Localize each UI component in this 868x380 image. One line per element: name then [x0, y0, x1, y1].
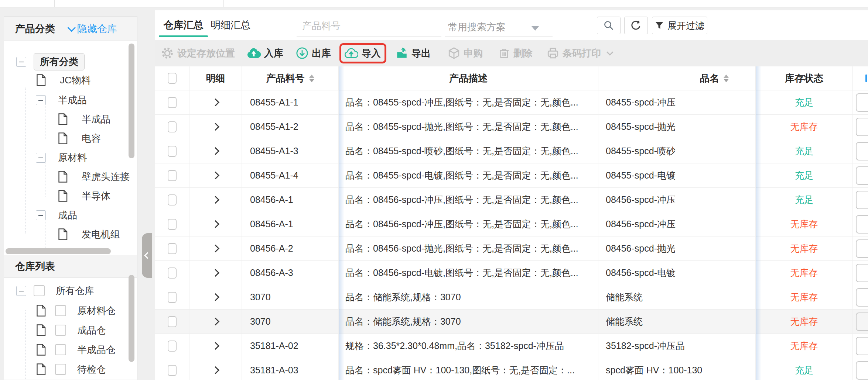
row-action-cell[interactable] [853, 358, 868, 380]
tree-item-raw-material-warehouse[interactable]: 原材料仓 [4, 301, 126, 320]
row-expand-cell[interactable] [189, 285, 242, 309]
tree-item-semi-finished-warehouse[interactable]: 半成品仓 [4, 340, 126, 359]
row-checkbox-cell[interactable] [155, 261, 189, 285]
clipped-action-box[interactable] [856, 239, 868, 258]
row-checkbox[interactable] [168, 365, 177, 376]
row-action-cell[interactable] [853, 115, 868, 139]
table-row[interactable]: 08455-A1-2 品名：08455-spcd-抛光,图纸号：无,是否固定：无… [155, 115, 868, 139]
row-action-cell[interactable] [853, 261, 868, 285]
tree-item-capacitor[interactable]: 电容 [4, 129, 126, 148]
sort-icon[interactable] [309, 75, 314, 82]
row-checkbox-cell[interactable] [155, 285, 189, 309]
inbound-button[interactable]: 入库 [247, 47, 283, 60]
expand-filter-button[interactable]: 展开过滤 [652, 17, 707, 34]
tab-warehouse-summary[interactable]: 仓库汇总 [159, 10, 208, 40]
row-action-cell[interactable] [853, 334, 868, 358]
row-checkbox-cell[interactable] [155, 163, 189, 187]
row-expand-cell[interactable] [189, 358, 242, 380]
warehouse-checkbox[interactable] [55, 305, 66, 316]
row-checkbox-cell[interactable] [155, 358, 189, 380]
import-button[interactable]: 导入 [344, 47, 381, 60]
header-product-code[interactable]: 产品料号 [242, 66, 339, 90]
row-expand-cell[interactable] [189, 115, 242, 139]
table-row[interactable]: 08456-A-2 品名：08456-spcd-抛光,图纸号：无,是否固定：无,… [155, 236, 868, 261]
row-action-cell[interactable] [853, 90, 868, 114]
row-expand-cell[interactable] [189, 261, 242, 285]
row-expand-cell[interactable] [189, 188, 242, 212]
collapse-minus-icon[interactable] [36, 210, 46, 220]
row-checkbox[interactable] [168, 146, 177, 157]
row-checkbox-cell[interactable] [155, 236, 189, 260]
clipped-action-box[interactable] [856, 93, 868, 112]
row-checkbox[interactable] [168, 170, 177, 181]
tree-item-inspection-warehouse[interactable]: 待检仓 [4, 360, 126, 379]
warehouse-checkbox[interactable] [34, 285, 45, 296]
row-action-cell[interactable] [853, 285, 868, 309]
row-action-cell[interactable] [853, 310, 868, 334]
product-code-input[interactable] [297, 18, 441, 37]
row-checkbox-cell[interactable] [155, 310, 189, 334]
tree-item-all-warehouses[interactable]: 所有仓库 [4, 281, 126, 300]
row-checkbox[interactable] [168, 121, 177, 132]
clipped-action-box[interactable] [856, 142, 868, 160]
row-checkbox-cell[interactable] [155, 212, 189, 236]
row-expand-cell[interactable] [189, 310, 242, 334]
row-checkbox[interactable] [168, 316, 177, 327]
table-row[interactable]: 35181-A-03 品名：spcd雾面 HV：100-130,图纸号：无,是否… [155, 358, 868, 380]
row-action-cell[interactable] [853, 163, 868, 187]
barcode-print-button[interactable]: 条码打印 [547, 47, 611, 60]
collapse-minus-icon[interactable] [36, 153, 46, 163]
horizontal-scrollbar[interactable] [6, 248, 111, 254]
warehouse-checkbox[interactable] [55, 344, 66, 355]
warehouse-checkbox[interactable] [55, 364, 66, 375]
collapse-minus-icon[interactable] [16, 57, 26, 67]
row-action-cell[interactable] [853, 139, 868, 163]
table-row[interactable]: 08455-A1-3 品名：08455-spcd-喷砂,图纸号：无,是否固定：无… [155, 139, 868, 163]
row-checkbox-cell[interactable] [155, 115, 189, 139]
row-checkbox[interactable] [168, 341, 177, 352]
delete-button[interactable]: 删除 [498, 47, 533, 60]
search-button[interactable] [597, 17, 621, 34]
tree-item-finished-warehouse[interactable]: 成品仓 [4, 321, 126, 340]
clipped-action-box[interactable] [856, 337, 868, 355]
collapse-minus-icon[interactable] [16, 286, 26, 296]
hide-warehouse-link[interactable]: 隐藏仓库 [68, 17, 117, 41]
row-checkbox[interactable] [168, 292, 177, 303]
tree-item-jc-material[interactable]: JC物料 [4, 70, 126, 90]
tree-item-gecko-head-connector[interactable]: 壁虎头连接 [4, 167, 126, 186]
row-checkbox[interactable] [168, 194, 177, 205]
header-select-all[interactable] [155, 66, 189, 90]
row-action-cell[interactable] [853, 236, 868, 260]
vertical-scrollbar[interactable] [129, 275, 134, 362]
row-checkbox-cell[interactable] [155, 139, 189, 163]
row-checkbox[interactable] [168, 97, 177, 108]
tree-item-finished-group[interactable]: 成品 [4, 205, 126, 225]
sort-icon[interactable] [724, 75, 729, 82]
row-checkbox-cell[interactable] [155, 90, 189, 114]
clipped-action-box[interactable] [856, 288, 868, 307]
row-checkbox[interactable] [168, 267, 177, 279]
row-expand-cell[interactable] [189, 90, 242, 114]
table-row[interactable]: 08455-A1-4 品名：08455-spcd-电镀,图纸号：无,是否固定：无… [155, 163, 868, 188]
tree-item-semiconductor[interactable]: 半导体 [4, 186, 126, 205]
row-action-cell[interactable] [853, 188, 868, 212]
export-button[interactable]: 导出 [396, 47, 431, 60]
clipped-action-box[interactable] [856, 264, 868, 282]
row-expand-cell[interactable] [189, 212, 242, 236]
clipped-action-box[interactable] [856, 166, 868, 185]
clipped-action-box[interactable] [856, 215, 868, 234]
saved-search-select[interactable]: 常用搜索方案 [445, 18, 553, 37]
clipped-action-box[interactable] [856, 312, 868, 331]
tree-item-semi-finished-group[interactable]: 半成品 [4, 90, 126, 110]
tree-item-all-categories[interactable]: 所有分类 [4, 52, 126, 71]
row-expand-cell[interactable] [189, 163, 242, 187]
vertical-scrollbar[interactable] [129, 44, 134, 158]
table-row[interactable]: 08456-A-1 品名：08456-spcd-冲压,图纸号：无,是否固定：无,… [155, 212, 868, 236]
set-storage-location-button[interactable]: 设定存放位置 [161, 46, 235, 60]
select-all-checkbox[interactable] [168, 73, 177, 84]
row-expand-cell[interactable] [189, 334, 242, 358]
table-row[interactable]: 3070 品名：储能系统,规格：3070 储能系统 无库存 [155, 285, 868, 310]
tree-item-semi-finished[interactable]: 半成品 [4, 110, 126, 129]
outbound-button[interactable]: 出库 [296, 47, 331, 60]
clipped-action-box[interactable] [856, 118, 868, 136]
